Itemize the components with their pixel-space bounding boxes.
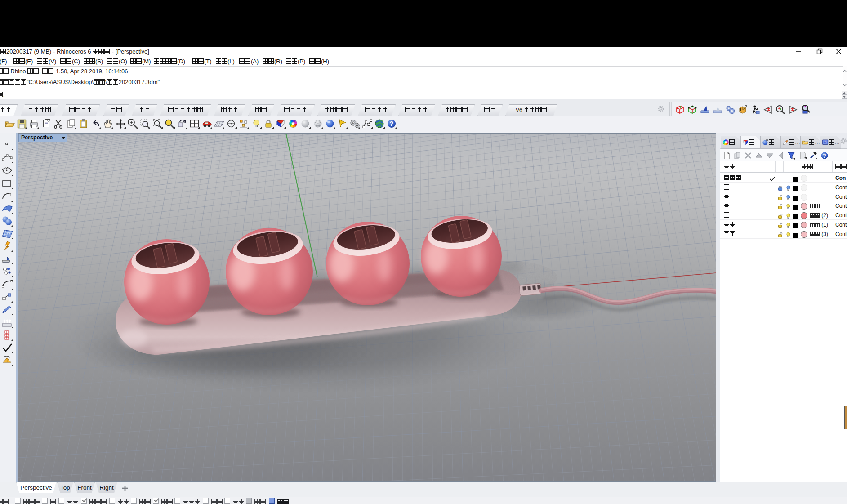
svg-text:?: ? <box>824 140 826 143</box>
svg-text:?: ? <box>823 153 826 159</box>
svg-text:?: ? <box>390 120 394 127</box>
